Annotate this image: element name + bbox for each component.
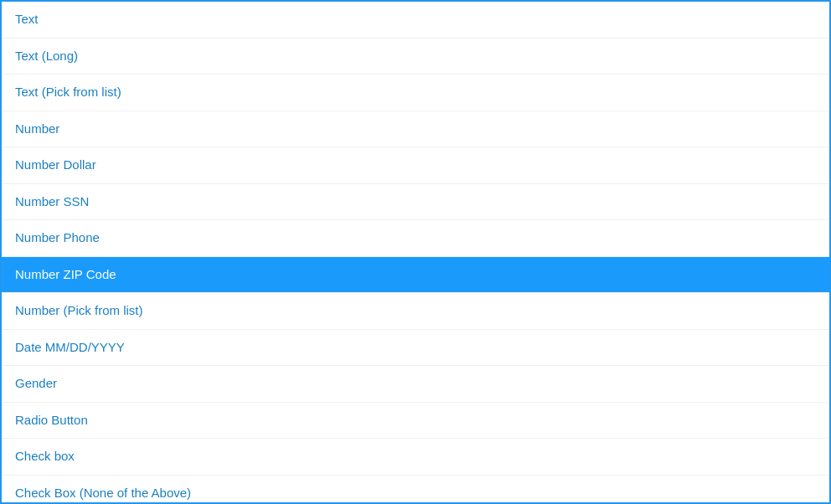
list-item-number-zip-code[interactable]: Number ZIP Code (2, 257, 829, 294)
list-item-gender[interactable]: Gender (2, 366, 829, 403)
list-item-text[interactable]: Text (2, 2, 829, 39)
list-item-number-phone[interactable]: Number Phone (2, 220, 829, 257)
list-item-number-pick-from-list[interactable]: Number (Pick from list) (2, 293, 829, 330)
list-item-check-box-none-of-the-above[interactable]: Check Box (None of the Above) (2, 476, 829, 503)
list-item-radio-button[interactable]: Radio Button (2, 403, 829, 440)
list-item-text-long[interactable]: Text (Long) (2, 39, 829, 75)
list-item-number-ssn[interactable]: Number SSN (2, 184, 829, 221)
list-item-text-pick-from-list[interactable]: Text (Pick from list) (2, 75, 829, 111)
list-item-date-mm-dd-yyyy[interactable]: Date MM/DD/YYYY (2, 330, 829, 367)
list-item-check-box[interactable]: Check box (2, 439, 829, 476)
list-item-number-dollar[interactable]: Number Dollar (2, 147, 829, 184)
field-type-list[interactable]: TextText (Long)Text (Pick from list)Numb… (2, 2, 829, 502)
list-item-number[interactable]: Number (2, 111, 829, 148)
